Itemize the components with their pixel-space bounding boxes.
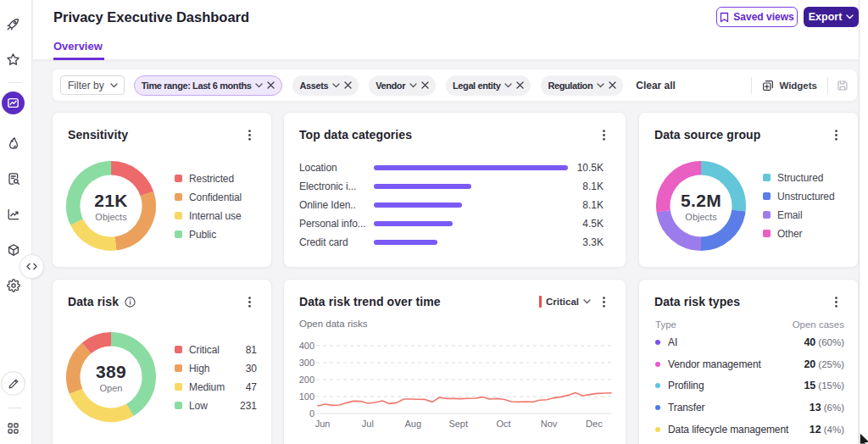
star-icon[interactable]: [2, 48, 25, 71]
filter-by-label: Filter by: [68, 80, 104, 92]
legend-item: Confidential: [175, 191, 259, 203]
bar-label: Location: [299, 162, 374, 174]
scrollbar-edge[interactable]: [859, 0, 868, 444]
info-icon[interactable]: [125, 297, 136, 308]
widgets-label: Widgets: [779, 80, 817, 91]
card-data-risk: Data risk 389 Open Critical81High30Mediu…: [52, 279, 272, 444]
dashboard-icon[interactable]: [2, 92, 25, 114]
save-view-icon-button[interactable]: [828, 80, 857, 92]
x-tick-label: Dec: [586, 419, 603, 429]
table-row[interactable]: Data lifecycle management12(4%): [655, 419, 844, 441]
filter-chip[interactable]: Vendor: [369, 75, 436, 96]
bar-fill[interactable]: [374, 165, 568, 170]
chevron-down-icon[interactable]: [255, 83, 263, 88]
mouse-cursor: [859, 432, 868, 444]
card-data-risk-types: Data risk types Type Open cases AI40(60%…: [638, 279, 859, 444]
remove-chip-icon[interactable]: [609, 81, 616, 89]
remove-chip-icon[interactable]: [516, 81, 524, 89]
filter-bar: Filter by Time range: Last 6 monthsAsset…: [52, 69, 858, 102]
open-cases-value: 15: [804, 380, 815, 391]
legend-label: Public: [189, 229, 216, 241]
kebab-menu-icon[interactable]: [603, 130, 605, 141]
filter-by-dropdown[interactable]: Filter by: [60, 75, 125, 95]
chevron-down-icon[interactable]: [332, 83, 340, 88]
gear-icon[interactable]: [2, 274, 25, 297]
risk-types-table: AI40(60%)Vendor management20(25%)Profili…: [655, 331, 844, 441]
bar-fill[interactable]: [374, 203, 462, 208]
tab-overview[interactable]: Overview: [53, 40, 104, 60]
bar-track: [374, 203, 568, 208]
remove-chip-icon[interactable]: [344, 81, 352, 89]
bar-fill[interactable]: [374, 240, 437, 245]
y-tick-label: 300: [299, 358, 314, 368]
type-label: Data lifecycle management: [668, 424, 788, 436]
legend-value: 81: [246, 344, 257, 356]
open-cases-value: 40: [804, 336, 815, 348]
y-tick-label: 0: [309, 408, 314, 419]
pencil-icon[interactable]: [1, 371, 25, 396]
type-color-dot: [655, 383, 660, 388]
table-row[interactable]: Vendor management20(25%): [655, 353, 844, 375]
open-cases-value: 12: [810, 424, 821, 436]
filter-chip[interactable]: Time range: Last 6 months: [134, 75, 283, 96]
chevron-down-icon[interactable]: [409, 83, 417, 88]
trend-chart-icon[interactable]: [2, 203, 25, 225]
bar-track: [374, 165, 568, 170]
card-data-risk-trend: Data risk trend over time Critical Open …: [283, 279, 626, 444]
chevron-down-icon[interactable]: [504, 83, 512, 88]
open-cases-percent: (4%): [824, 425, 844, 435]
cube-icon[interactable]: [2, 238, 25, 261]
saved-views-button[interactable]: Saved views: [716, 7, 798, 27]
flame-icon[interactable]: [2, 131, 25, 154]
export-label: Export: [809, 11, 843, 23]
kebab-menu-icon[interactable]: [835, 297, 837, 308]
x-tick-label: Aug: [405, 419, 422, 429]
kebab-dots-icon: [603, 297, 605, 308]
y-axis-title: Open data risks: [299, 319, 368, 329]
data-source-donut-chart[interactable]: 5.2M Objects: [654, 159, 748, 253]
trend-line-chart[interactable]: 4003002001000JunJulAugSeptOctNovDec: [284, 332, 630, 444]
chevron-down-icon[interactable]: [597, 83, 604, 88]
widgets-icon: [762, 80, 774, 92]
kebab-menu-icon[interactable]: [835, 130, 837, 141]
legend-label: Email: [777, 209, 803, 221]
series-selector-label: Critical: [546, 297, 579, 307]
sidebar-expand-button[interactable]: [19, 254, 44, 279]
type-label: Vendor management: [668, 358, 761, 370]
legend-label: Medium: [189, 381, 225, 393]
top-categories-bar-chart: Location10.5KElectronic i...8.1KOnline I…: [299, 162, 604, 247]
remove-chip-icon[interactable]: [267, 81, 275, 89]
filter-chip[interactable]: Legal entity: [446, 75, 531, 96]
open-cases-percent: (25%): [818, 359, 844, 369]
kebab-menu-icon[interactable]: [603, 297, 605, 308]
table-row[interactable]: AI40(60%): [655, 331, 844, 353]
chip-label: Time range: Last 6 months: [142, 80, 252, 91]
sensitivity-donut-chart[interactable]: 21K Objects: [64, 159, 158, 253]
filter-chip[interactable]: Regulation: [541, 75, 623, 96]
kebab-menu-icon[interactable]: [248, 297, 251, 308]
table-row[interactable]: Profiling15(15%): [655, 375, 844, 397]
x-tick-label: Jul: [362, 419, 374, 429]
clear-all-button[interactable]: Clear all: [636, 80, 676, 92]
bar-fill[interactable]: [374, 221, 453, 226]
data-risk-donut-chart[interactable]: 389 Open: [64, 330, 158, 424]
series-selector-dropdown[interactable]: Critical: [539, 296, 591, 308]
legend-item: Unstructured: [763, 191, 844, 202]
filterbar-right: Widgets: [751, 77, 857, 94]
bar-fill[interactable]: [374, 184, 471, 189]
card-top-data-categories: Top data categories Location10.5KElectro…: [283, 112, 626, 268]
filter-chip[interactable]: Assets: [292, 75, 359, 96]
legend-item: Restricted: [175, 173, 259, 184]
x-tick-label: Jun: [315, 419, 331, 429]
widgets-button[interactable]: Widgets: [752, 80, 827, 92]
bar-value: 10.5K: [568, 162, 604, 174]
document-search-icon[interactable]: [2, 167, 25, 190]
kebab-menu-icon[interactable]: [248, 130, 251, 141]
remove-chip-icon[interactable]: [421, 81, 429, 89]
export-button[interactable]: Export: [804, 7, 859, 27]
legend-swatch: [175, 364, 182, 372]
apps-grid-icon[interactable]: [2, 417, 25, 440]
legend-swatch: [175, 175, 182, 182]
table-row[interactable]: Transfer13(6%): [655, 397, 844, 419]
rocket-icon[interactable]: [2, 13, 25, 36]
